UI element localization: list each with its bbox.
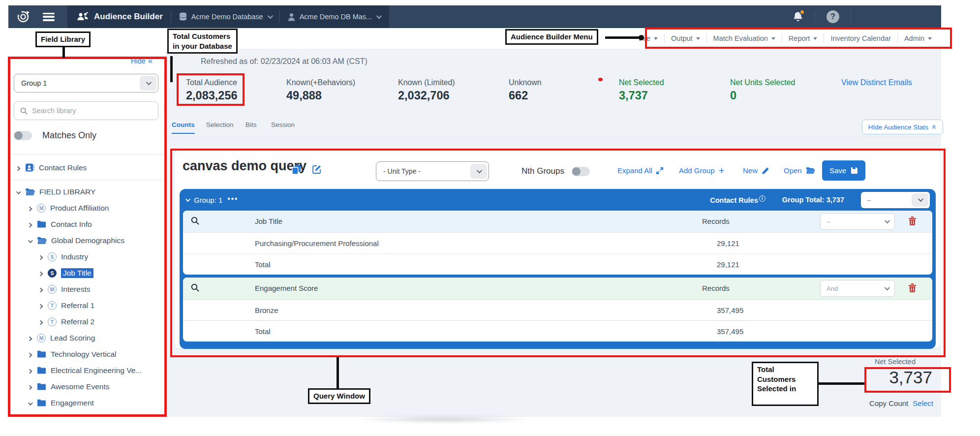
group-options-icon[interactable]: ••• [227, 194, 238, 203]
folder-icon [37, 367, 46, 374]
tree-item-electrical-engineering[interactable]: Electrical Engineering Ve... [28, 362, 142, 378]
delete-rule-icon[interactable] [908, 283, 917, 293]
delete-rule-icon[interactable] [908, 216, 917, 226]
chevron-right-icon [39, 301, 42, 310]
group-select-value: Group 1 [21, 79, 47, 87]
menu-match-evaluation[interactable]: Match Evaluation [707, 34, 782, 42]
info-icon: i [759, 195, 766, 202]
select-link[interactable]: Select [913, 399, 933, 407]
rule-field-name: Job Title [255, 217, 282, 225]
search-input[interactable] [32, 107, 140, 115]
nth-groups-label: Nth Groups [521, 166, 564, 176]
app-title: Audience Builder [94, 12, 163, 22]
notification-badge [799, 9, 805, 15]
menu-output[interactable]: Output [665, 34, 706, 42]
caret-down-icon [771, 37, 775, 40]
rule-total-row: Total 29,121 [183, 253, 932, 275]
query-window: canvas demo query - Unit Type - Nth Grou… [175, 151, 941, 348]
type-m-badge-icon: M [37, 334, 46, 343]
save-button[interactable]: Save [822, 160, 865, 181]
brand-logo-icon[interactable] [16, 10, 30, 24]
menu-inventory-calendar[interactable]: Inventory Calendar [824, 34, 897, 42]
user-icon [288, 13, 295, 21]
hide-panel-button[interactable]: Hide« [131, 57, 153, 65]
hamburger-menu-icon[interactable] [43, 13, 55, 21]
main-content: Refreshed as of: 02/23/2024 at 06:03 AM … [167, 49, 941, 417]
tab-session[interactable]: Session [271, 121, 295, 133]
tree-item-engagement[interactable]: Engagement [28, 395, 94, 411]
selected-tree-label: Job Title [61, 268, 93, 278]
tree-item-referral-1[interactable]: T Referral 1 [39, 297, 94, 313]
group-select[interactable]: Group 1 [14, 74, 158, 93]
screen: Audience Builder Acme Demo Database [0, 0, 980, 436]
chevron-right-icon [28, 220, 31, 229]
search-icon[interactable] [191, 283, 199, 292]
unit-type-value: - Unit Type - [383, 167, 421, 175]
collapse-up-double-chevron-icon: « [931, 125, 939, 129]
chevron-down-icon [470, 164, 487, 179]
tree-item-contact-rules[interactable]: Contact Rules [16, 159, 87, 176]
tree-item-global-demographics[interactable]: Global Demographics [28, 232, 124, 249]
tab-selection[interactable]: Selection [206, 121, 234, 133]
type-m-badge-icon: M [48, 285, 57, 294]
notifications-bell-icon[interactable] [793, 11, 803, 23]
chevron-right-icon [28, 334, 31, 343]
view-distinct-emails-link[interactable]: View Distinct Emails [841, 78, 912, 87]
profile-selector[interactable]: Acme Demo DB Mas... [288, 13, 380, 21]
group-contact-rules[interactable]: Contact Rulesi [710, 195, 766, 204]
search-icon[interactable] [191, 217, 199, 225]
tree-item-lead-scoring[interactable]: M Lead Scoring [28, 330, 95, 346]
folder-open-icon [25, 188, 35, 196]
audience-icon [76, 12, 89, 22]
folder-icon [37, 399, 46, 406]
add-group-button[interactable]: Add Group + [679, 166, 725, 175]
database-selector[interactable]: Acme Demo Database [179, 12, 272, 21]
rule-card-engagement-score: Engagement Score Records And Bronze [183, 278, 932, 342]
folder-icon [37, 220, 46, 228]
edit-icon[interactable] [312, 164, 322, 174]
rule-operator-select[interactable]: And [820, 280, 895, 297]
rule-total-row: Total 357,495 [183, 320, 932, 342]
folder-open-icon [37, 237, 47, 245]
copy-icon[interactable] [292, 164, 301, 175]
rule-value-row[interactable]: Bronze 357,495 [183, 299, 932, 320]
tree-item-awesome-events[interactable]: Awesome Events [28, 378, 109, 395]
tree-item-interests[interactable]: M Interests [39, 281, 90, 297]
nth-groups-toggle[interactable] [572, 167, 590, 176]
tree-item-job-title[interactable]: S Job Title [39, 265, 93, 281]
hide-audience-stats-button[interactable]: HIde Audience Stats « [862, 120, 943, 134]
help-icon[interactable]: ? [827, 10, 839, 23]
tree-item-contact-info[interactable]: Contact Info [28, 216, 92, 232]
new-button[interactable]: New [743, 166, 769, 175]
tree-item-technology-vertical[interactable]: Technology Vertical [28, 346, 117, 362]
query-title: canvas demo query [183, 158, 306, 174]
group-header-bar[interactable]: Group: 1 ••• Contact Rulesi Group Total:… [180, 189, 936, 211]
tree-item-referral-2[interactable]: T Referral 2 [39, 313, 94, 330]
chevron-down-icon [912, 193, 928, 207]
group-operator-select[interactable]: -- [861, 192, 930, 208]
chevron-right-icon [28, 204, 31, 213]
unit-type-select[interactable]: - Unit Type - [376, 161, 489, 181]
type-t-badge-icon: T [48, 317, 57, 326]
folder-icon [37, 350, 46, 358]
type-s-badge-icon: S [48, 252, 57, 261]
menu-report[interactable]: Report [782, 34, 824, 42]
chevron-right-icon [39, 317, 42, 326]
rule-operator-select[interactable]: -- [820, 213, 895, 230]
tab-bits[interactable]: Bits [245, 121, 257, 133]
group-total: Group Total: 3,737 [782, 196, 844, 204]
tree-item-field-library[interactable]: FIELD LIBRARY [16, 184, 95, 200]
tab-counts[interactable]: Counts [172, 121, 195, 134]
menu-admin[interactable]: Admin [898, 34, 938, 42]
chevron-down-icon [376, 13, 382, 19]
rule-value-row[interactable]: Purchasing/Procurement Professional 29,1… [183, 232, 932, 253]
tree-item-industry[interactable]: S Industry [39, 249, 88, 265]
open-button[interactable]: Open [784, 166, 815, 175]
matches-only-toggle[interactable] [14, 131, 32, 140]
expand-all-button[interactable]: Expand All [617, 166, 663, 175]
database-icon [179, 12, 187, 21]
type-t-badge-icon: T [48, 301, 57, 310]
stat-known-behaviors: Known(+Behaviors) 49,888 [286, 78, 355, 102]
tree-item-product-affiliation[interactable]: M Product Affiliation [28, 200, 109, 216]
folder-icon [37, 383, 46, 390]
